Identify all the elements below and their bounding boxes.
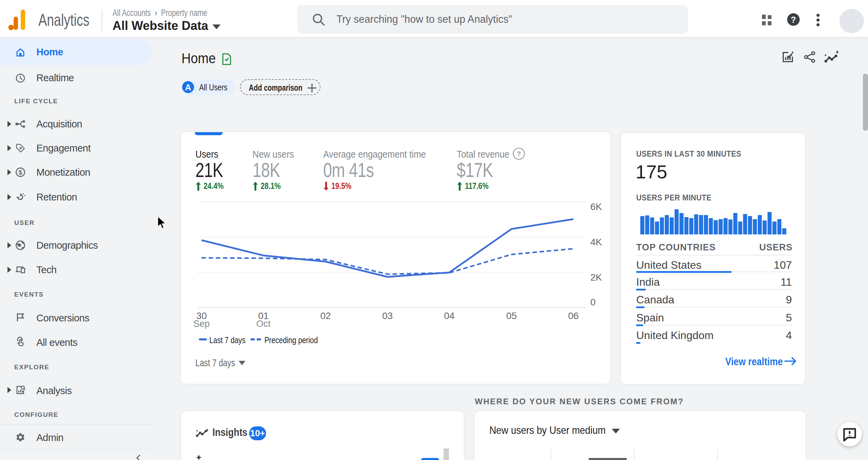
svg-text:$: $	[19, 169, 22, 176]
svg-text:?: ?	[517, 150, 521, 158]
